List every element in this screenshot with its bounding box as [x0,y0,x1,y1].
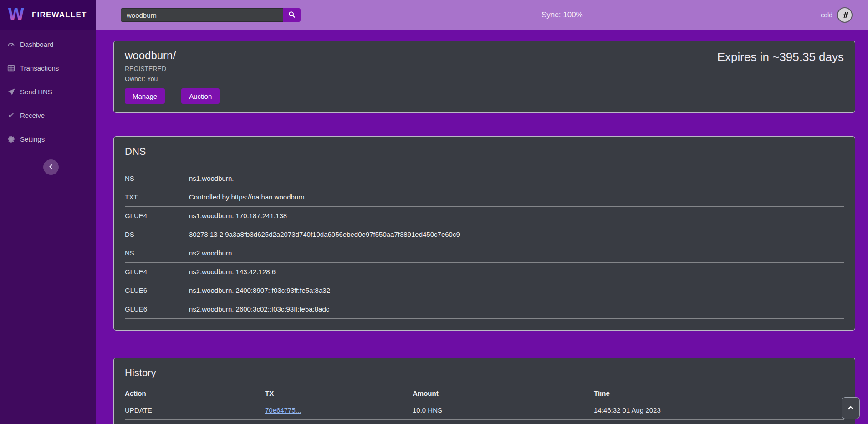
dns-record-row: TXT Controlled by https://nathan.woodbur… [125,188,844,206]
search-icon [288,11,296,20]
dns-record-value: ns1.woodburn. 170.187.241.138 [189,206,844,225]
receive-arrow-icon [7,112,15,119]
history-amount: 10.0 HNS [413,401,594,419]
tx-link[interactable]: 70e64775... [265,406,301,414]
main-area: Sync: 100% cold woodburn/ REGISTERED Own… [96,0,868,424]
sidebar-item-label: Settings [20,135,45,143]
wallet-selector[interactable]: cold [821,7,853,23]
topbar: Sync: 100% cold [96,0,868,30]
sidebar-item-label: Receive [20,112,45,119]
dns-card: DNS NS ns1.woodburn. TXT Controlled by h… [113,136,855,331]
scroll-to-top-button[interactable] [842,397,860,419]
dns-record-value: ns2.woodburn. 143.42.128.6 [189,262,844,281]
history-col-amount: Amount [413,386,594,401]
sidebar-item-label: Transactions [20,64,59,72]
wallet-name: cold [821,11,832,19]
dns-record-value: ns2.woodburn. 2600:3c02::f03c:93ff:fe5a:… [189,300,844,318]
domain-card: woodburn/ REGISTERED Owner: You Manage A… [113,41,855,113]
history-time: 14:46:32 01 Aug 2023 [594,401,844,419]
sidebar-item-send-hns[interactable]: Send HNS [0,82,96,102]
table-icon [7,64,15,72]
sidebar-item-dashboard[interactable]: Dashboard [0,35,96,54]
history-table: Action TX Amount Time UPDATE 70e64775...… [125,386,844,424]
history-header-row: Action TX Amount Time [125,386,844,401]
sidebar-collapse-button[interactable] [43,159,59,175]
domain-status: REGISTERED [125,65,844,72]
svg-text:W: W [8,5,25,23]
history-action: RENEW [125,419,265,424]
dns-record-value: 30273 13 2 9a3a8fb3d625d2a2073d740f10da6… [189,225,844,244]
sidebar-item-transactions[interactable]: Transactions [0,58,96,78]
gear-icon [7,135,15,143]
auction-button[interactable]: Auction [181,88,220,104]
dns-record-row: DS 30273 13 2 9a3a8fb3d625d2a2073d740f10… [125,225,844,244]
dns-record-row: NS ns2.woodburn. [125,244,844,262]
sidebar-nav: Dashboard Transactions Send HNS [0,30,96,149]
search-input[interactable] [121,8,283,22]
dns-record-type: GLUE6 [125,281,189,300]
app-root: W FIREWALLET Dashboard [0,0,868,424]
domain-actions: Manage Auction [125,88,844,104]
sidebar-item-receive[interactable]: Receive [0,106,96,125]
history-card: History Action TX Amount Time UPDATE [113,358,855,424]
handshake-logo-icon[interactable] [837,7,853,23]
dns-record-type: DS [125,225,189,244]
search-bar [121,8,301,22]
dns-record-type: GLUE4 [125,262,189,281]
paper-plane-icon [7,88,15,96]
history-col-tx: TX [265,386,413,401]
dns-record-row: NS ns1.woodburn. [125,169,844,188]
firewallet-logo: W [7,5,26,26]
dns-record-value: ns1.woodburn. [189,169,844,188]
history-amount: 10.0 HNS [413,419,594,424]
dns-record-row: GLUE4 ns1.woodburn. 170.187.241.138 [125,206,844,225]
chevron-left-icon [48,163,54,171]
dns-record-value: ns2.woodburn. [189,244,844,262]
history-time: 15:47:36 07 Feb 2023 [594,419,844,424]
dns-record-row: GLUE4 ns2.woodburn. 143.42.128.6 [125,262,844,281]
dns-record-type: TXT [125,188,189,206]
history-col-time: Time [594,386,844,401]
manage-button[interactable]: Manage [125,88,165,104]
history-row: UPDATE 70e64775... 10.0 HNS 14:46:32 01 … [125,401,844,419]
dns-record-type: NS [125,169,189,188]
history-col-action: Action [125,386,265,401]
sidebar-header: W FIREWALLET [0,0,96,30]
sync-status: Sync: 100% [541,10,583,20]
sidebar-item-label: Dashboard [20,41,53,48]
history-title: History [125,367,844,379]
dns-record-value: ns1.woodburn. 2400:8907::f03c:93ff:fe5a:… [189,281,844,300]
dns-record-type: GLUE4 [125,206,189,225]
dns-record-row: GLUE6 ns1.woodburn. 2400:8907::f03c:93ff… [125,281,844,300]
dns-record-value: Controlled by https://nathan.woodburn [189,188,844,206]
dns-record-row: GLUE6 ns2.woodburn. 2600:3c02::f03c:93ff… [125,300,844,318]
dns-title: DNS [125,146,844,158]
chevron-up-icon [848,405,854,412]
history-row: RENEW 17e8d4... 10.0 HNS 15:47:36 07 Feb… [125,419,844,424]
gauge-icon [7,41,15,48]
dns-record-type: NS [125,244,189,262]
sidebar-item-settings[interactable]: Settings [0,129,96,149]
domain-expiry: Expires in ~395.35 days [717,50,844,64]
dns-record-type: GLUE6 [125,300,189,318]
history-action: UPDATE [125,401,265,419]
search-button[interactable] [283,8,301,22]
sidebar-item-label: Send HNS [20,88,52,96]
dns-table: NS ns1.woodburn. TXT Controlled by https… [125,169,844,319]
domain-owner: Owner: You [125,75,844,82]
brand-name: FIREWALLET [32,10,87,20]
content-area: woodburn/ REGISTERED Owner: You Manage A… [96,30,868,424]
sidebar: W FIREWALLET Dashboard [0,0,96,424]
